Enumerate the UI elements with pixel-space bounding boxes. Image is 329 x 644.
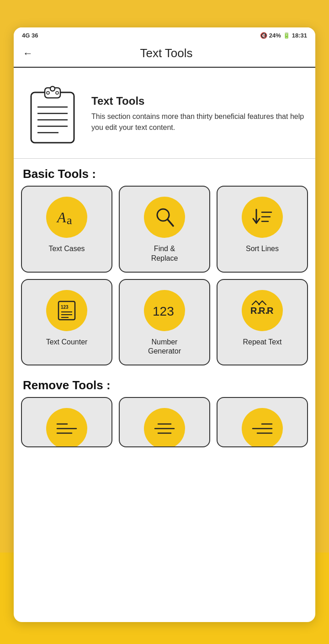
tool-find-replace[interactable]: Find &Replace <box>119 186 210 273</box>
repeat-text-icon-circle: R. R. R <box>242 290 283 331</box>
number-generator-icon-circle: 123 <box>144 290 185 331</box>
text-counter-icon-circle: 123 <box>46 290 87 331</box>
repeat-text-label: Repeat Text <box>243 338 281 347</box>
clock: 18:31 <box>292 32 307 39</box>
svg-text:R.: R. <box>259 306 268 316</box>
hero-icon <box>23 79 82 149</box>
svg-point-2 <box>50 86 55 91</box>
svg-text:R.: R. <box>250 306 260 316</box>
status-right: 🔇 24% 🔋 18:31 <box>260 32 307 39</box>
number-generator-label: NumberGenerator <box>148 338 181 357</box>
svg-point-3 <box>47 91 49 94</box>
basic-tools-header: Basic Tools : <box>14 159 315 186</box>
hero-body: This section contains more than thirty b… <box>91 111 306 133</box>
tool-text-counter[interactable]: 123 Text Counter <box>21 279 112 366</box>
remove-2-icon-circle <box>144 408 185 447</box>
sort-lines-label: Sort Lines <box>246 244 279 254</box>
tool-number-generator[interactable]: 123 NumberGenerator <box>119 279 210 366</box>
text-cases-label: Text Cases <box>48 244 85 254</box>
text-cases-icon-circle: A a <box>46 197 87 238</box>
hero-description: Text Tools This section contains more th… <box>91 95 306 133</box>
back-button[interactable]: ← <box>23 48 33 59</box>
page-title: Text Tools <box>40 46 292 60</box>
svg-text:123: 123 <box>61 305 69 310</box>
hero-heading: Text Tools <box>91 95 306 107</box>
sort-lines-icon-circle <box>242 197 283 238</box>
find-replace-label: Find &Replace <box>151 244 178 263</box>
remove-tool-2[interactable] <box>119 397 210 447</box>
svg-line-13 <box>168 220 173 226</box>
remove-tools-header: Remove Tools : <box>14 370 315 397</box>
find-replace-icon-circle <box>144 197 185 238</box>
svg-text:123: 123 <box>153 304 174 318</box>
text-counter-label: Text Counter <box>46 338 88 347</box>
basic-tools-grid: A a Text Cases Find &Replace <box>14 186 315 370</box>
remove-tool-1[interactable] <box>21 397 112 447</box>
svg-rect-0 <box>31 92 74 143</box>
tool-text-cases[interactable]: A a Text Cases <box>21 186 112 273</box>
remove-1-icon-circle <box>46 408 87 447</box>
bottom-spacer <box>14 447 315 461</box>
tool-repeat-text[interactable]: R. R. R Repeat Text <box>217 279 308 366</box>
phone-wrapper: 4G 36 🔇 24% 🔋 18:31 ← Text Tools <box>14 27 315 622</box>
network-indicator: 4G 36 <box>22 32 38 39</box>
remove-tool-3[interactable] <box>217 397 308 447</box>
top-bar: ← Text Tools <box>14 42 315 68</box>
battery-text: 24% <box>269 32 281 39</box>
battery-icon: 🔋 <box>283 32 290 39</box>
remove-3-icon-circle <box>242 408 283 447</box>
svg-text:R: R <box>267 306 274 316</box>
tool-sort-lines[interactable]: Sort Lines <box>217 186 308 273</box>
hero-section: Text Tools This section contains more th… <box>14 68 315 159</box>
svg-text:a: a <box>67 214 72 227</box>
status-bar: 4G 36 🔇 24% 🔋 18:31 <box>14 27 315 42</box>
svg-point-4 <box>56 91 58 94</box>
remove-tools-grid <box>14 397 315 447</box>
svg-text:A: A <box>56 209 66 225</box>
mute-icon: 🔇 <box>260 32 267 39</box>
